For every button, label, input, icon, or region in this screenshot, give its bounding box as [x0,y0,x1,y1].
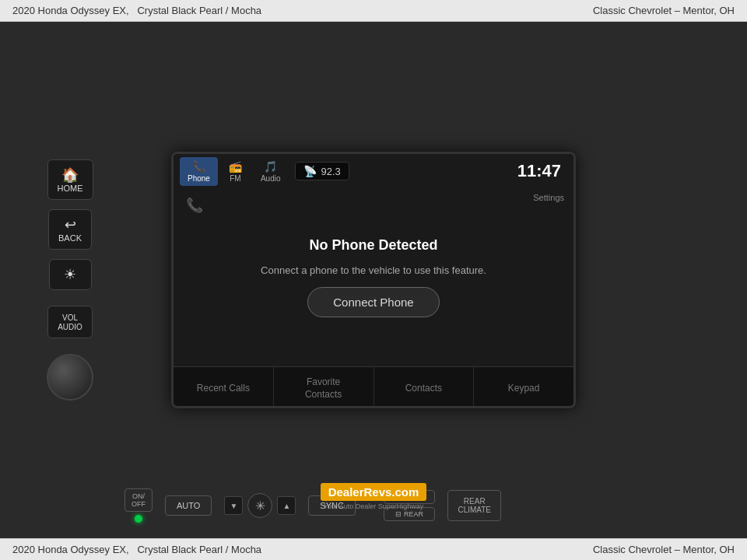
bottom-bar: 2020 Honda Odyssey EX, Crystal Black Pea… [0,538,747,560]
tab-contacts[interactable]: Contacts [374,367,475,408]
climate-btn-group: 🚗 FRONT ⊟ REAR [384,490,436,521]
screen-main-content: No Phone Detected Connect a phone to the… [174,188,573,367]
phone-status-icon: 📞 [186,197,203,214]
fan-up-button[interactable]: ▲ [277,496,296,515]
on-off-toggle[interactable]: ON/ OFF [124,488,153,512]
fan-controls: ▼ ✳ ▲ [224,493,296,518]
car-interior-wrapper: 🏠 HOME ↩ BACK ☀ VOL AUDIO 📞 Phone [0,22,747,538]
rear-defrост-button[interactable]: ⊟ REAR [384,507,436,521]
tab-recent-calls[interactable]: Recent Calls [174,367,274,408]
infotainment-screen: 📞 Phone 📻 FM 🎵 Audio 📡 92.3 11:47 [171,152,576,408]
left-panel: 🏠 HOME ↩ BACK ☀ VOL AUDIO [47,159,93,401]
fan-down-button[interactable]: ▼ [224,496,243,515]
rear-climate-button[interactable]: REAR CLIMATE [447,490,501,521]
fan-icon: ✳ [247,493,272,518]
home-icon: 🏠 [58,166,83,184]
power-led [135,515,142,523]
on-off-block: ON/ OFF [124,488,153,523]
no-phone-description: Connect a phone to the vehicle to use th… [261,264,486,276]
clock-display: 11:47 [517,161,567,181]
screen-nav-bar: 📞 Phone 📻 FM 🎵 Audio 📡 92.3 11:47 [174,154,573,188]
tab-keypad[interactable]: Keypad [474,367,573,408]
back-icon: ↩ [58,216,82,233]
back-button[interactable]: ↩ BACK [48,209,92,250]
fm-nav-button[interactable]: 📻 FM [221,157,250,186]
top-bar-dealer: Classic Chevrolet – Mentor, OH [593,5,735,16]
sync-button[interactable]: SYNC [308,495,356,516]
settings-link[interactable]: Settings [533,193,564,202]
vol-audio-button[interactable]: VOL AUDIO [47,306,93,338]
volume-knob[interactable] [47,354,93,401]
home-button[interactable]: 🏠 HOME [47,159,93,200]
front-climate-button[interactable]: 🚗 FRONT [384,490,436,504]
screen-tab-bar: Recent Calls Favorite Contacts Contacts … [174,367,573,408]
no-phone-title: No Phone Detected [309,237,437,254]
tab-favorite-contacts[interactable]: Favorite Contacts [274,367,374,408]
connect-phone-button[interactable]: Connect Phone [307,287,439,317]
audio-icon: 🎵 [264,160,277,173]
fm-icon: 📻 [229,160,242,173]
car-interior: 🏠 HOME ↩ BACK ☀ VOL AUDIO 📞 Phone [0,22,747,538]
bottom-bar-dealer: Classic Chevrolet – Mentor, OH [593,544,735,555]
brightness-icon: ☀ [59,266,82,283]
radio-display: 📡 92.3 [295,162,349,180]
sync-block: SYNC [308,495,356,516]
radio-signal-icon: 📡 [303,165,317,177]
bottom-controls-row: ON/ OFF AUTO ▼ ✳ ▲ SYNC 🚗 FRONT [124,488,724,523]
auto-block: AUTO [165,495,212,516]
audio-nav-button[interactable]: 🎵 Audio [253,157,289,186]
top-bar: 2020 Honda Odyssey EX, Crystal Black Pea… [0,0,747,22]
brightness-button[interactable]: ☀ [49,259,92,290]
phone-icon: 📞 [192,160,205,173]
auto-button[interactable]: AUTO [165,495,212,516]
bottom-bar-title: 2020 Honda Odyssey EX, Crystal Black Pea… [12,544,261,555]
phone-nav-button[interactable]: 📞 Phone [180,157,218,186]
top-bar-title: 2020 Honda Odyssey EX, Crystal Black Pea… [12,5,261,16]
